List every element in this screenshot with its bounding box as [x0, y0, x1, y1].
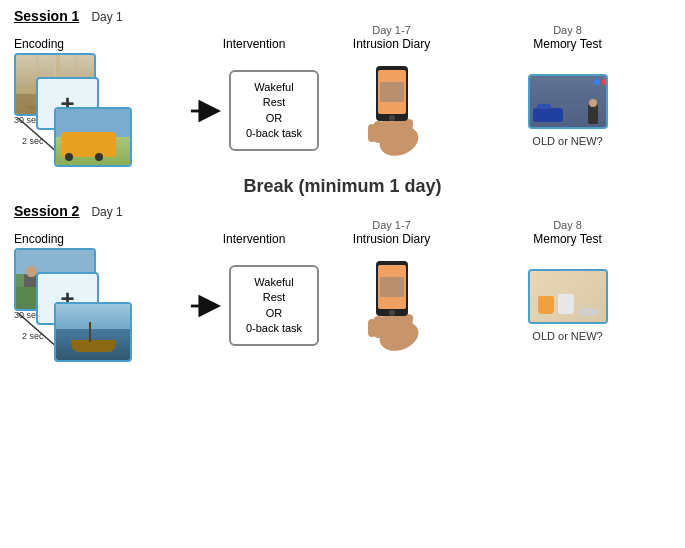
svg-rect-10: [380, 82, 404, 102]
s2-intervention-box: Wakeful RestOR0-back task: [229, 265, 319, 347]
s1-memory-image: [528, 74, 608, 129]
session1-day: Day 1: [91, 10, 122, 24]
s2-intervention-col: Wakeful RestOR0-back task: [189, 248, 319, 363]
session1-label: Session 1: [14, 8, 79, 24]
session1-day-range-row: Day 1-7 Day 8: [10, 24, 675, 36]
s1-intrusion-header: Intrusion Diary: [319, 37, 464, 51]
svg-rect-4: [382, 118, 392, 143]
s1-encoding-col: + 30 sec 2 sec 30 sec: [14, 53, 189, 168]
session1-col-headers: Encoding Intervention Intrusion Diary Me…: [10, 37, 675, 51]
session2-col-headers: Encoding Intervention Intrusion Diary Me…: [10, 232, 675, 246]
s2-old-new: OLD or NEW?: [532, 330, 602, 342]
boat-mast: [89, 322, 91, 342]
food-visual: [530, 271, 606, 322]
cup1: [538, 296, 554, 314]
s1-phone: [354, 56, 429, 166]
svg-rect-16: [382, 313, 392, 338]
s1-arrow-right: [189, 97, 223, 125]
boat-visual: [56, 304, 130, 360]
plate: [578, 308, 600, 316]
s1-old-new: OLD or NEW?: [532, 135, 602, 147]
s1-intrusion-dayrange: Day 1-7: [319, 24, 464, 36]
session2-day-range-row: Day 1-7 Day 8: [10, 219, 675, 231]
s1-intervention-col: Wakeful RestOR0-back task: [189, 53, 319, 168]
bus-visual: [56, 109, 130, 165]
diagram: Session 1 Day 1 Day 1-7 Day 8 Encoding I…: [0, 0, 685, 548]
police-person: [588, 104, 598, 124]
s2-image-boat: [54, 302, 132, 362]
s1-intervention-header: Intervention: [189, 37, 319, 51]
s1-intrusion-col: [319, 53, 464, 168]
s2-intervention-dayrange: [189, 219, 319, 231]
s2-encoding-col: + 30 sec 2 sec 30 sec: [14, 248, 189, 363]
s1-intervention-dayrange: [189, 24, 319, 36]
s1-memory-content: OLD or NEW?: [528, 74, 608, 147]
session2-header-row: Session 2 Day 1: [10, 203, 675, 219]
session2-block: Session 2 Day 1 Day 1-7 Day 8 Encoding I…: [10, 203, 675, 363]
s2-encoding-inner: + 30 sec 2 sec 30 sec: [14, 248, 144, 363]
s1-encoding-inner: + 30 sec 2 sec 30 sec: [14, 53, 144, 168]
s2-encoding-dayrange: [14, 219, 189, 231]
s1-memory-col: OLD or NEW?: [464, 53, 671, 168]
svg-point-23: [389, 310, 395, 316]
session1-header-row: Session 1 Day 1: [10, 8, 675, 24]
s2-encoding-header: Encoding: [14, 232, 189, 246]
s2-intervention-header: Intervention: [189, 232, 319, 246]
police-light: [594, 79, 600, 85]
session1-content: + 30 sec 2 sec 30 sec: [10, 53, 675, 168]
s2-memory-image: [528, 269, 608, 324]
session2-content: + 30 sec 2 sec 30 sec: [10, 248, 675, 363]
s1-intervention-box: Wakeful RestOR0-back task: [229, 70, 319, 152]
s1-memory-header: Memory Test: [464, 37, 671, 51]
session1-block: Session 1 Day 1 Day 1-7 Day 8 Encoding I…: [10, 8, 675, 168]
svg-rect-6: [368, 124, 376, 142]
s2-phone: [354, 251, 429, 361]
s1-intervention-text: Wakeful RestOR0-back task: [246, 81, 302, 139]
session2-day: Day 1: [91, 205, 122, 219]
svg-rect-22: [380, 277, 404, 297]
s2-memory-dayrange: Day 8: [464, 219, 671, 231]
s2-intrusion-header: Intrusion Diary: [319, 232, 464, 246]
s2-memory-header: Memory Test: [464, 232, 671, 246]
cup2: [558, 294, 574, 314]
police-visual: [530, 76, 606, 127]
s2-memory-content: OLD or NEW?: [528, 269, 608, 342]
svg-rect-18: [368, 319, 376, 337]
police-car: [533, 108, 563, 122]
s2-intrusion-col: [319, 248, 464, 363]
s2-intervention-text: Wakeful RestOR0-back task: [246, 276, 302, 334]
s1-memory-dayrange: Day 8: [464, 24, 671, 36]
boat-hull: [71, 340, 116, 352]
svg-point-11: [389, 115, 395, 121]
s2-arrow-right: [189, 292, 223, 320]
bus-shape: [61, 132, 116, 157]
s1-image-bus: [54, 107, 132, 167]
break-label: Break (minimum 1 day): [10, 168, 675, 203]
s1-encoding-dayrange: [14, 24, 189, 36]
session2-label: Session 2: [14, 203, 79, 219]
s2-memory-col: OLD or NEW?: [464, 248, 671, 363]
s2-intrusion-dayrange: Day 1-7: [319, 219, 464, 231]
s1-encoding-header: Encoding: [14, 37, 189, 51]
